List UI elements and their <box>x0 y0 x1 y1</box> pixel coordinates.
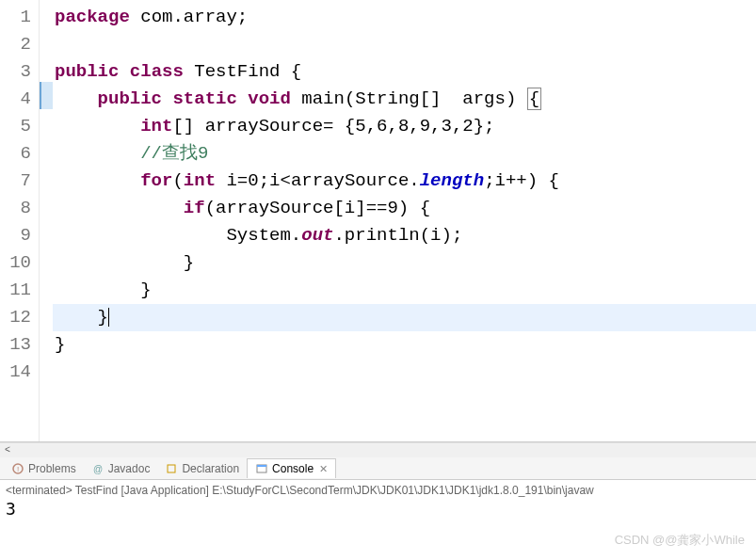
line-number: 10 <box>0 249 31 277</box>
code-line[interactable]: } <box>53 331 756 359</box>
tab-problems[interactable]: ! Problems <box>4 459 84 478</box>
line-number: 2 <box>0 31 31 58</box>
text-cursor <box>108 308 109 327</box>
svg-rect-3 <box>168 465 175 472</box>
declaration-icon <box>165 462 178 475</box>
console-status: <terminated> TestFind [Java Application]… <box>6 484 750 497</box>
code-line[interactable]: package com.array; <box>53 4 756 31</box>
line-number: 5 <box>0 113 31 140</box>
console-icon <box>255 462 268 475</box>
tab-label: Console <box>272 462 314 475</box>
problems-icon: ! <box>11 462 24 475</box>
close-icon[interactable]: ✕ <box>319 463 328 475</box>
margin-marker[interactable] <box>40 246 53 273</box>
code-editor[interactable]: 1234567891011121314 package com.array;pu… <box>0 0 756 442</box>
svg-rect-5 <box>257 465 266 467</box>
bottom-panel-tabs: ! Problems @ Javadoc Declaration Console… <box>0 457 756 480</box>
tab-console[interactable]: Console ✕ <box>247 458 336 478</box>
line-number: 14 <box>0 359 31 386</box>
code-line[interactable]: //查找9 <box>53 140 756 168</box>
console-output: 3 <box>6 499 750 519</box>
tab-declaration[interactable]: Declaration <box>157 459 247 478</box>
margin-marker[interactable] <box>40 300 53 328</box>
code-line[interactable]: public class TestFind { <box>53 58 756 86</box>
tab-label: Javadoc <box>108 462 151 475</box>
line-number: 9 <box>0 222 31 249</box>
line-number: 6 <box>0 140 31 168</box>
margin-marker[interactable] <box>40 218 53 246</box>
code-line[interactable]: } <box>53 304 756 331</box>
breakpoint-margin[interactable] <box>40 0 53 441</box>
margin-marker[interactable] <box>40 191 53 218</box>
margin-marker[interactable] <box>40 82 53 109</box>
code-line[interactable]: if(arraySource[i]==9) { <box>53 195 756 222</box>
code-line[interactable]: int[] arraySource= {5,6,8,9,3,2}; <box>53 113 756 140</box>
svg-text:@: @ <box>93 464 103 474</box>
margin-marker[interactable] <box>40 109 53 136</box>
margin-marker[interactable] <box>40 164 53 191</box>
javadoc-icon: @ <box>91 462 105 475</box>
tab-javadoc[interactable]: @ Javadoc <box>84 459 158 478</box>
line-number-gutter: 1234567891011121314 <box>0 0 40 441</box>
code-line[interactable]: public static void main(String[] args) { <box>53 86 756 113</box>
line-number: 12 <box>0 304 31 331</box>
tab-label: Declaration <box>182 462 239 475</box>
code-line[interactable] <box>53 31 756 58</box>
line-number: 1 <box>0 4 31 31</box>
line-number: 4 <box>0 86 31 113</box>
margin-marker[interactable] <box>40 27 53 55</box>
margin-marker[interactable] <box>40 273 53 300</box>
line-number: 11 <box>0 277 31 304</box>
margin-marker[interactable] <box>40 328 53 355</box>
margin-marker[interactable] <box>40 0 53 27</box>
line-number: 7 <box>0 168 31 195</box>
scroll-left-icon[interactable]: < <box>0 443 15 458</box>
line-number: 8 <box>0 195 31 222</box>
code-line[interactable]: } <box>53 277 756 304</box>
code-line[interactable]: for(int i=0;i<arraySource.length;i++) { <box>53 168 756 195</box>
margin-marker[interactable] <box>40 355 53 382</box>
line-number: 13 <box>0 331 31 359</box>
code-line[interactable]: System.out.println(i); <box>53 222 756 249</box>
horizontal-scrollbar[interactable]: < <box>0 442 756 457</box>
code-line[interactable]: } <box>53 249 756 277</box>
console-panel: <terminated> TestFind [Java Application]… <box>0 480 756 522</box>
margin-marker[interactable] <box>40 55 53 82</box>
code-area[interactable]: package com.array;public class TestFind … <box>53 0 756 441</box>
svg-text:!: ! <box>17 465 19 473</box>
watermark: CSDN @@龚家小While <box>615 532 745 549</box>
margin-marker[interactable] <box>40 136 53 164</box>
code-line[interactable] <box>53 359 756 386</box>
tab-label: Problems <box>28 462 76 475</box>
line-number: 3 <box>0 58 31 86</box>
